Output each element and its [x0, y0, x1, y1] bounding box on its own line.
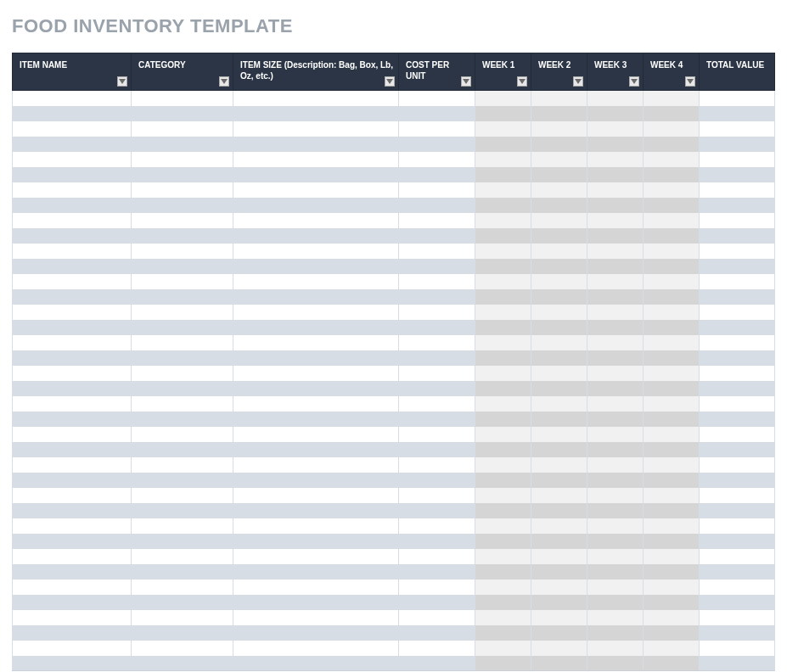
cell-category[interactable] — [132, 656, 233, 671]
cell-week1[interactable] — [475, 228, 531, 244]
cell-item_name[interactable] — [13, 595, 132, 610]
cell-item_size[interactable] — [233, 534, 399, 549]
cell-item_name[interactable] — [13, 381, 132, 396]
cell-week4[interactable] — [644, 137, 700, 152]
cell-week4[interactable] — [644, 610, 700, 625]
cell-week3[interactable] — [587, 274, 644, 289]
cell-week4[interactable] — [644, 213, 700, 228]
cell-week1[interactable] — [475, 198, 531, 213]
cell-category[interactable] — [132, 335, 233, 350]
cell-item_size[interactable] — [233, 198, 399, 213]
cell-item_size[interactable] — [233, 580, 399, 595]
cell-item_name[interactable] — [13, 121, 132, 137]
cell-cost[interactable] — [399, 534, 475, 549]
cell-week1[interactable] — [475, 396, 531, 412]
cell-cost[interactable] — [399, 320, 475, 335]
cell-cost[interactable] — [399, 396, 475, 412]
cell-week1[interactable] — [475, 305, 531, 320]
cell-item_name[interactable] — [13, 473, 132, 488]
cell-category[interactable] — [132, 91, 233, 106]
cell-item_size[interactable] — [233, 91, 399, 106]
cell-week3[interactable] — [587, 259, 644, 274]
cell-total[interactable] — [700, 488, 775, 503]
cell-week4[interactable] — [644, 412, 700, 427]
cell-item_size[interactable] — [233, 289, 399, 305]
cell-category[interactable] — [132, 289, 233, 305]
cell-week2[interactable] — [531, 121, 587, 137]
cell-week3[interactable] — [587, 213, 644, 228]
cell-week1[interactable] — [475, 610, 531, 625]
cell-cost[interactable] — [399, 488, 475, 503]
cell-week3[interactable] — [587, 320, 644, 335]
cell-category[interactable] — [132, 366, 233, 381]
cell-item_name[interactable] — [13, 244, 132, 259]
cell-week3[interactable] — [587, 289, 644, 305]
cell-week4[interactable] — [644, 244, 700, 259]
cell-week4[interactable] — [644, 396, 700, 412]
cell-item_name[interactable] — [13, 641, 132, 656]
cell-week1[interactable] — [475, 91, 531, 106]
cell-week2[interactable] — [531, 610, 587, 625]
filter-dropdown-icon[interactable] — [385, 76, 395, 87]
cell-item_name[interactable] — [13, 396, 132, 412]
cell-item_name[interactable] — [13, 427, 132, 442]
cell-total[interactable] — [700, 442, 775, 457]
cell-week1[interactable] — [475, 366, 531, 381]
cell-item_name[interactable] — [13, 580, 132, 595]
cell-week1[interactable] — [475, 350, 531, 366]
cell-category[interactable] — [132, 121, 233, 137]
cell-category[interactable] — [132, 503, 233, 518]
cell-week2[interactable] — [531, 412, 587, 427]
cell-total[interactable] — [700, 457, 775, 473]
cell-category[interactable] — [132, 106, 233, 121]
cell-week1[interactable] — [475, 213, 531, 228]
cell-week2[interactable] — [531, 503, 587, 518]
cell-week1[interactable] — [475, 152, 531, 167]
cell-item_name[interactable] — [13, 488, 132, 503]
cell-item_name[interactable] — [13, 182, 132, 198]
cell-cost[interactable] — [399, 518, 475, 534]
cell-cost[interactable] — [399, 595, 475, 610]
cell-total[interactable] — [700, 534, 775, 549]
cell-category[interactable] — [132, 427, 233, 442]
cell-item_size[interactable] — [233, 213, 399, 228]
cell-cost[interactable] — [399, 335, 475, 350]
cell-week1[interactable] — [475, 412, 531, 427]
filter-dropdown-icon[interactable] — [573, 76, 583, 87]
cell-category[interactable] — [132, 305, 233, 320]
cell-week1[interactable] — [475, 580, 531, 595]
cell-week3[interactable] — [587, 152, 644, 167]
cell-item_size[interactable] — [233, 427, 399, 442]
cell-item_size[interactable] — [233, 412, 399, 427]
cell-week4[interactable] — [644, 350, 700, 366]
cell-category[interactable] — [132, 610, 233, 625]
cell-week4[interactable] — [644, 91, 700, 106]
cell-week3[interactable] — [587, 121, 644, 137]
cell-total[interactable] — [700, 259, 775, 274]
cell-category[interactable] — [132, 320, 233, 335]
cell-cost[interactable] — [399, 625, 475, 641]
cell-week1[interactable] — [475, 503, 531, 518]
cell-week3[interactable] — [587, 549, 644, 564]
cell-category[interactable] — [132, 473, 233, 488]
cell-week1[interactable] — [475, 641, 531, 656]
cell-item_size[interactable] — [233, 152, 399, 167]
cell-week3[interactable] — [587, 396, 644, 412]
cell-week4[interactable] — [644, 182, 700, 198]
cell-item_size[interactable] — [233, 610, 399, 625]
cell-item_size[interactable] — [233, 182, 399, 198]
cell-category[interactable] — [132, 580, 233, 595]
cell-category[interactable] — [132, 213, 233, 228]
cell-cost[interactable] — [399, 412, 475, 427]
cell-week2[interactable] — [531, 274, 587, 289]
cell-total[interactable] — [700, 366, 775, 381]
cell-week2[interactable] — [531, 473, 587, 488]
cell-item_size[interactable] — [233, 350, 399, 366]
cell-total[interactable] — [700, 381, 775, 396]
cell-week3[interactable] — [587, 625, 644, 641]
cell-week3[interactable] — [587, 427, 644, 442]
cell-category[interactable] — [132, 350, 233, 366]
cell-cost[interactable] — [399, 305, 475, 320]
cell-item_name[interactable] — [13, 503, 132, 518]
cell-item_name[interactable] — [13, 274, 132, 289]
